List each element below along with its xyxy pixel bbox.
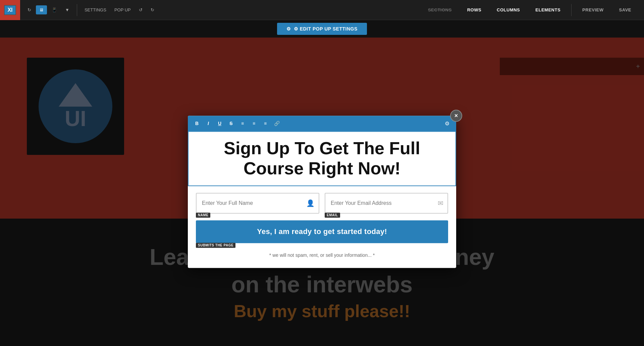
separator-1 (77, 4, 77, 16)
email-field-label: EMAIL (325, 213, 340, 218)
name-field-label: NAME (196, 213, 210, 218)
modal-dialog: × B I U S ≡ ≡ ≡ 🔗 ⚙ Sign Up To Get The F… (188, 116, 456, 268)
name-input[interactable] (196, 193, 319, 214)
redo-button[interactable]: ↻ (147, 5, 158, 14)
form-fields-area: 👤 NAME ✉ EMAIL (188, 186, 456, 220)
mobile-view-button[interactable]: 📱 (48, 5, 60, 14)
gear-icon: ⚙ (286, 26, 291, 32)
rows-label: ROWS (467, 7, 481, 12)
columns-nav-button[interactable]: COLUMNS (489, 5, 527, 15)
elements-label: ELEMENTS (535, 7, 560, 12)
strikethrough-button[interactable]: S (226, 118, 236, 128)
disclaimer-text: * we will not spam, rent, or sell your i… (188, 246, 456, 268)
align-left-button[interactable]: ≡ (237, 118, 248, 128)
submit-button[interactable]: Yes, I am ready to get started today! (196, 220, 448, 243)
settings-button[interactable]: SETTINGS (81, 5, 110, 14)
name-field-wrapper: 👤 NAME (196, 193, 319, 214)
email-field-wrapper: ✉ EMAIL (325, 193, 448, 214)
sections-nav-button[interactable]: SECTIONS (421, 5, 459, 15)
edit-popup-bar: ⚙ ⚙ EDIT POP UP SETTINGS (0, 20, 644, 38)
mobile-icon: 📱 (52, 7, 57, 12)
link-button[interactable]: 🔗 (272, 118, 282, 128)
undo-icon: ↻ (28, 7, 31, 12)
align-center-button[interactable]: ≡ (249, 118, 259, 128)
logo-inner: XI (4, 5, 16, 15)
close-button[interactable]: × (450, 110, 462, 122)
close-icon: × (454, 112, 458, 119)
settings-label: SETTINGS (85, 7, 106, 12)
separator-2 (571, 4, 572, 16)
save-button[interactable]: SAVE (612, 5, 639, 15)
popup-button[interactable]: POP UP (111, 5, 134, 14)
align-right-button[interactable]: ≡ (260, 118, 270, 128)
heading-text: Sign Up To Get The Full Course Right Now… (197, 138, 447, 179)
elements-nav-button[interactable]: ELEMENTS (528, 5, 568, 15)
save-label: SAVE (619, 7, 631, 12)
rows-nav-button[interactable]: ROWS (460, 5, 489, 15)
edit-popup-settings-button[interactable]: ⚙ ⚙ EDIT POP UP SETTINGS (277, 23, 367, 35)
desktop-view-button[interactable]: 🖥 (36, 5, 47, 14)
submit-button-label: Yes, I am ready to get started today! (257, 227, 387, 236)
preview-button[interactable]: PREVIEW (575, 5, 611, 15)
pointer-button[interactable]: ▼ (62, 5, 73, 14)
toolbar-left-group: ↻ 🖥 📱 ▼ SETTINGS POP UP ↺ ↻ (20, 4, 162, 16)
redo-icon: ↻ (151, 7, 154, 12)
sections-label: SECTIONS (428, 7, 451, 12)
editor-settings-button[interactable]: ⚙ (442, 118, 452, 128)
logo[interactable]: XI (0, 0, 20, 20)
edit-popup-label: ⚙ EDIT POP UP SETTINGS (294, 26, 358, 32)
italic-button[interactable]: I (203, 118, 213, 128)
submit-area: Yes, I am ready to get started today! SU… (188, 220, 456, 246)
submits-the-page-badge: SUBMITS THE PAGE (196, 243, 235, 248)
main-toolbar: XI ↻ 🖥 📱 ▼ SETTINGS POP UP ↺ ↻ SECTIONS (0, 0, 644, 20)
email-input[interactable] (325, 193, 448, 214)
disclaimer-content: * we will not spam, rent, or sell your i… (269, 252, 375, 258)
pointer-icon: ▼ (65, 7, 69, 12)
main-content: ⚙ ⚙ EDIT POP UP SETTINGS UI + Learn how … (0, 20, 644, 346)
page-background: UI + Learn how to make cash money on the… (0, 38, 644, 346)
popup-label: POP UP (114, 7, 131, 12)
heading-edit-area[interactable]: Sign Up To Get The Full Course Right Now… (188, 131, 456, 186)
text-editor-toolbar: B I U S ≡ ≡ ≡ 🔗 ⚙ (188, 116, 456, 131)
underline-button[interactable]: U (215, 118, 225, 128)
columns-label: COLUMNS (497, 7, 520, 12)
undo-button[interactable]: ↻ (24, 5, 35, 14)
preview-label: PREVIEW (582, 7, 603, 12)
undo-icon-2: ↺ (139, 7, 143, 12)
toolbar-right-group: SECTIONS ROWS COLUMNS ELEMENTS PREVIEW S… (421, 4, 644, 16)
bold-button[interactable]: B (192, 118, 202, 128)
desktop-icon: 🖥 (39, 7, 44, 12)
undo-button-2[interactable]: ↺ (136, 5, 146, 14)
